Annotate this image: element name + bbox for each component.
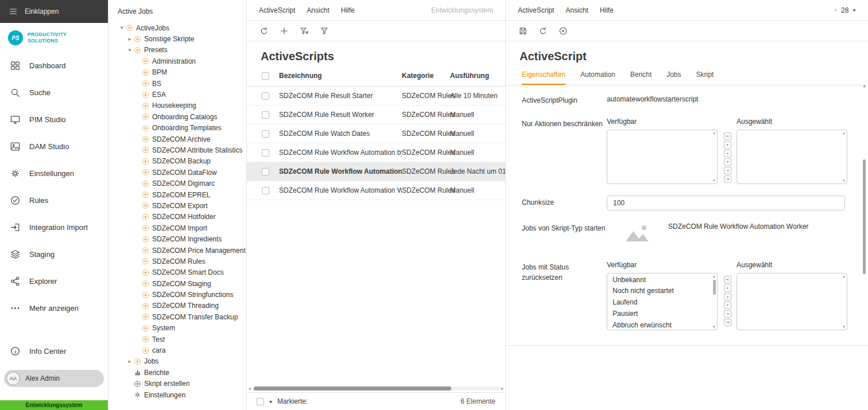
tree-item-bs[interactable]: BS [108, 78, 246, 89]
move-up-icon[interactable]: ▴ [724, 150, 731, 157]
move-all-left-icon[interactable]: |◂ [724, 175, 731, 183]
move-left-icon[interactable]: ◂ [724, 167, 731, 174]
scroll-up-icon[interactable]: ▲ [712, 275, 716, 278]
save-icon[interactable] [518, 26, 528, 36]
sidebar-item-staging[interactable]: Staging [0, 241, 108, 268]
tree-item-administration[interactable]: Administration [108, 56, 246, 67]
move-up-icon[interactable]: ▴ [724, 293, 731, 300]
tab-automation[interactable]: Automation [580, 71, 615, 85]
tree-item-sdzecom-ingredients[interactable]: SDZeCOM Ingredients [108, 233, 246, 244]
run-icon[interactable] [559, 26, 568, 36]
tab-skript[interactable]: Skript [696, 71, 714, 85]
tree-item-test[interactable]: Test [108, 334, 246, 345]
add-icon[interactable] [280, 26, 289, 36]
tree-item-sdzecom-dataflow[interactable]: SDZeCOM DataFlow [108, 167, 246, 178]
scroll-down-icon[interactable]: ▼ [712, 325, 716, 329]
tree-item-system[interactable]: System [108, 323, 246, 334]
sidebar-item-dam-studio[interactable]: DAM Studio [0, 133, 108, 160]
tree-item-berichte[interactable]: Berichte [108, 367, 246, 378]
sidebar-item-mehr-anzeigen[interactable]: Mehr anzeigen [0, 295, 108, 322]
sidebar-item-einstellungen[interactable]: Einstellungen [0, 160, 108, 187]
move-all-left-icon[interactable]: |◂ [724, 319, 731, 326]
table-row[interactable]: SDZeCOM Rule Result Worker SDZeCOM Rules… [247, 106, 505, 124]
prev-record-icon[interactable]: ◂ [834, 7, 837, 13]
row-checkbox[interactable] [262, 187, 269, 194]
list-option[interactable]: Unbekannt [607, 275, 717, 286]
row-checkbox[interactable] [262, 111, 269, 119]
tree-item-einstellungen[interactable]: Einstellungen [108, 389, 246, 400]
tree-item-sdzecom-hotfolder[interactable]: SDZeCOM Hotfolder [108, 212, 246, 222]
move-left-icon[interactable]: ◂ [724, 310, 731, 318]
menu-hilfe[interactable]: Hilfe [600, 6, 614, 14]
tree-item-sdzecom-archive[interactable]: SDZeCOM Archive [108, 134, 246, 145]
sidebar-item-dashboard[interactable]: Dashboard [0, 52, 108, 79]
tree-item-bpm[interactable]: BPM [108, 67, 246, 78]
menu-hilfe[interactable]: Hilfe [341, 6, 355, 14]
scroll-up-icon[interactable]: ▲ [862, 84, 866, 88]
tree-chevron-icon[interactable]: ▾ [118, 25, 126, 30]
tree-item-sdzecom-rules[interactable]: SDZeCOM Rules [108, 256, 246, 267]
tree-item-sdzecom-eprel[interactable]: SDZeCOM EPREL [108, 189, 246, 200]
tree-item-sdzecom-transfer-backup[interactable]: SDZeCOM Transfer Backup [108, 311, 246, 322]
select-all-checkbox[interactable] [262, 72, 269, 80]
scroll-right-icon[interactable]: ▸ [501, 386, 503, 391]
tree-item-housekeeping[interactable]: Housekeeping [108, 100, 246, 111]
sidebar-item-info-center[interactable]: Info Center [0, 338, 108, 365]
menu-activescript[interactable]: ActiveScript [259, 6, 295, 14]
tree-item-activejobs[interactable]: ▾ ActiveJobs [108, 22, 246, 33]
app-logo[interactable]: PS PRODUCTIVITY SOLUTIONS [0, 23, 108, 52]
scroll-up-icon[interactable]: ▲ [712, 131, 716, 135]
table-row[interactable]: SDZeCOM Rule Workflow Automation by d...… [247, 143, 505, 162]
scroll-down-icon[interactable]: ▼ [842, 325, 846, 329]
tree-item-sonstige-skripte[interactable]: ▸ Sonstige Skripte [108, 33, 246, 44]
tab-bericht[interactable]: Bericht [630, 71, 652, 85]
move-right-icon[interactable]: ▸ [724, 141, 731, 149]
column-header-kategorie[interactable]: Kategorie [402, 72, 450, 80]
user-menu[interactable]: AA Alex Admin [4, 370, 104, 387]
tree-chevron-icon[interactable]: ▸ [126, 37, 134, 42]
column-header-ausfuehrung[interactable]: Ausführung [450, 72, 505, 80]
tree-chevron-icon[interactable]: ▸ [126, 359, 134, 364]
menu-activescript[interactable]: ActiveScript [518, 6, 554, 14]
table-row[interactable]: SDZeCOM Rule Workflow Automation Worker … [247, 181, 505, 200]
status-available-listbox[interactable]: UnbekanntNoch nicht gestartetLaufendPaus… [607, 273, 718, 330]
chunksize-input[interactable] [607, 196, 845, 210]
tab-eigenschaften[interactable]: Eigenschaften [522, 71, 565, 85]
chevron-down-icon[interactable]: ▾ [269, 399, 272, 405]
restrict-selected-listbox[interactable]: ▲ ▼ [737, 130, 847, 184]
scroll-down-icon[interactable]: ▼ [712, 179, 716, 182]
sidebar-item-rules[interactable]: Rules [0, 187, 108, 214]
tree-item-onboarding-catalogs[interactable]: Onboarding Catalogs [108, 111, 246, 122]
list-option[interactable]: Noch nicht gestartet [607, 286, 717, 297]
tree-item-sdzecom-digimarc[interactable]: SDZeCOM Digimarc [108, 178, 246, 189]
tree-item-cara[interactable]: cara [108, 345, 246, 356]
restrict-available-listbox[interactable]: ▲ ▼ [607, 130, 718, 184]
filter-icon[interactable] [320, 26, 329, 36]
list-option[interactable]: Laufend [607, 297, 717, 309]
menu-ansicht[interactable]: Ansicht [565, 6, 588, 14]
move-down-icon[interactable]: ▾ [724, 302, 731, 309]
refresh-icon[interactable] [259, 26, 269, 36]
tree-chevron-icon[interactable]: ▾ [126, 48, 134, 53]
list-option[interactable]: Pausiert [607, 309, 717, 320]
tree-item-sdzecom-staging[interactable]: SDZeCOM Staging [108, 278, 246, 289]
move-all-right-icon[interactable]: ▸| [724, 132, 731, 140]
move-all-right-icon[interactable]: ▸| [724, 276, 731, 283]
vertical-scrollbar[interactable]: ▲ [862, 84, 867, 408]
sidebar-item-pim-studio[interactable]: PIM Studio [0, 106, 108, 133]
scrollbar-thumb[interactable] [863, 159, 866, 274]
move-down-icon[interactable]: ▾ [724, 158, 731, 166]
collapse-sidebar-button[interactable]: Einklappen [0, 0, 108, 23]
row-checkbox[interactable] [262, 168, 269, 175]
scrollbar-track[interactable] [253, 386, 499, 391]
sidebar-item-explorer[interactable]: Explorer [0, 268, 108, 295]
tree-item-sdzecom-stringfunctions[interactable]: SDZeCOM Stringfunctions [108, 289, 246, 300]
footer-checkbox[interactable] [257, 398, 264, 405]
next-record-icon[interactable]: ▸ [853, 7, 856, 13]
row-checkbox[interactable] [262, 92, 269, 100]
filter-clear-icon[interactable] [300, 26, 309, 36]
tree-item-sdzecom-import[interactable]: SDZeCOM Import [108, 222, 246, 233]
scrollbar-thumb[interactable] [713, 280, 716, 295]
scroll-up-icon[interactable]: ▲ [842, 275, 846, 278]
menu-ansicht[interactable]: Ansicht [307, 6, 329, 14]
